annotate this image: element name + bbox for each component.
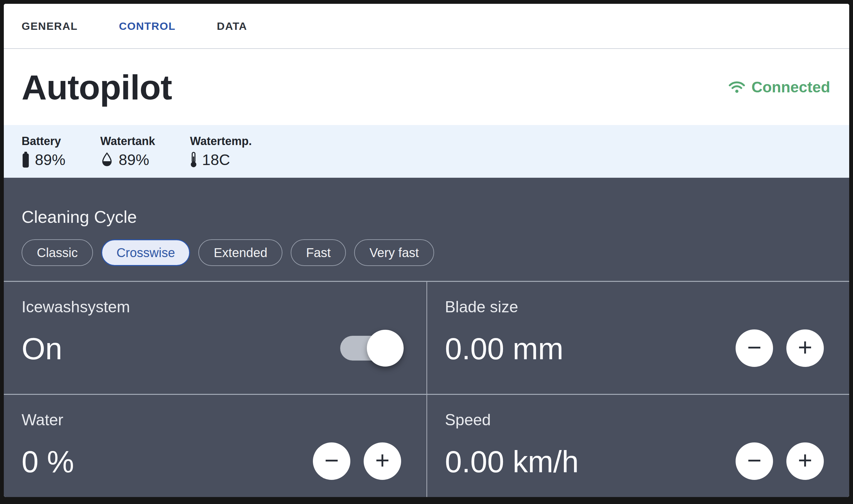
- cycle-option-very-fast[interactable]: Very fast: [354, 239, 434, 266]
- minus-icon: −: [324, 448, 339, 472]
- tab-control[interactable]: CONTROL: [119, 20, 176, 32]
- wifi-icon: [728, 80, 746, 94]
- icewash-cell: Icewashsystem On: [4, 282, 426, 394]
- stat-battery-value: 89%: [35, 151, 66, 168]
- stat-watertank: Watertank 89%: [100, 134, 155, 168]
- icewash-toggle[interactable]: [340, 336, 401, 361]
- water-decrease-button[interactable]: −: [313, 443, 350, 480]
- battery-icon: [22, 152, 30, 167]
- connection-status: Connected: [728, 78, 830, 96]
- app-window: GENERAL CONTROL DATA Autopilot Connected…: [4, 4, 849, 497]
- thermometer-icon: [190, 152, 197, 167]
- droplet-icon: [100, 152, 114, 167]
- icewash-label: Icewashsystem: [22, 298, 399, 316]
- cleaning-cycle-options: Classic Crosswise Extended Fast Very fas…: [22, 239, 831, 266]
- controls-grid: Icewashsystem On Blade size 0.00 mm −: [4, 281, 849, 497]
- minus-icon: −: [747, 448, 762, 472]
- water-label: Water: [22, 411, 399, 429]
- blade-size-cell: Blade size 0.00 mm − +: [426, 282, 849, 394]
- stat-watertank-label: Watertank: [100, 134, 155, 148]
- status-bar: Battery 89% Watertank: [4, 125, 849, 178]
- stat-watertemp-label: Watertemp.: [190, 134, 252, 148]
- speed-cell: Speed 0.00 km/h − +: [426, 395, 849, 497]
- cleaning-cycle-title: Cleaning Cycle: [22, 207, 831, 227]
- stat-battery-label: Battery: [22, 134, 66, 148]
- speed-decrease-button[interactable]: −: [736, 443, 773, 480]
- tab-bar: GENERAL CONTROL DATA: [4, 4, 849, 49]
- blade-size-decrease-button[interactable]: −: [736, 329, 773, 367]
- toggle-knob: [367, 330, 404, 366]
- control-panel: Cleaning Cycle Classic Crosswise Extende…: [4, 178, 849, 497]
- water-cell: Water 0 % − +: [4, 395, 426, 497]
- speed-increase-button[interactable]: +: [786, 443, 824, 480]
- cycle-option-fast[interactable]: Fast: [291, 239, 346, 266]
- water-increase-button[interactable]: +: [364, 443, 401, 480]
- cycle-option-classic[interactable]: Classic: [22, 239, 93, 266]
- tab-data[interactable]: DATA: [217, 20, 247, 32]
- stat-watertemp: Watertemp. 18C: [190, 134, 252, 168]
- page-title: Autopilot: [22, 67, 172, 107]
- cleaning-cycle-section: Cleaning Cycle Classic Crosswise Extende…: [4, 178, 849, 281]
- blade-size-label: Blade size: [445, 298, 821, 316]
- cycle-option-crosswise[interactable]: Crosswise: [101, 239, 190, 266]
- speed-label: Speed: [445, 411, 821, 429]
- connection-status-label: Connected: [751, 78, 830, 96]
- cycle-option-extended[interactable]: Extended: [198, 239, 283, 266]
- stat-battery: Battery 89%: [22, 134, 66, 168]
- blade-size-increase-button[interactable]: +: [786, 329, 824, 367]
- plus-icon: +: [375, 448, 390, 472]
- plus-icon: +: [798, 335, 812, 360]
- minus-icon: −: [747, 335, 762, 360]
- stat-watertank-value: 89%: [119, 151, 149, 168]
- plus-icon: +: [798, 448, 812, 472]
- tab-general[interactable]: GENERAL: [22, 20, 78, 32]
- page-header: Autopilot Connected: [4, 49, 849, 125]
- stat-watertemp-value: 18C: [202, 151, 230, 168]
